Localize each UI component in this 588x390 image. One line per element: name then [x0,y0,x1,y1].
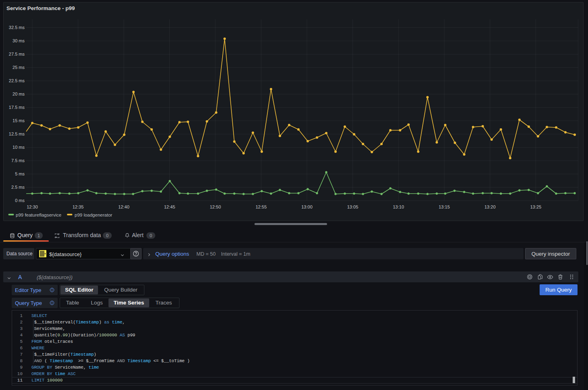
svg-text:25 ms: 25 ms [13,65,25,70]
svg-text:7.5 ms: 7.5 ms [11,158,25,163]
svg-text:5 ms: 5 ms [15,171,25,176]
svg-text:32.5 ms: 32.5 ms [9,25,25,30]
svg-text:17.5 ms: 17.5 ms [9,105,25,110]
svg-text:12.5 ms: 12.5 ms [9,131,25,136]
svg-text:20 ms: 20 ms [13,92,25,96]
svg-text:2.5 ms: 2.5 ms [11,185,25,190]
svg-text:p99 featureflagservice: p99 featureflagservice [16,213,61,217]
svg-text:12:40: 12:40 [118,204,129,209]
svg-text:30 ms: 30 ms [13,38,25,43]
svg-text:10 ms: 10 ms [13,145,25,150]
svg-text:13:05: 13:05 [347,204,359,209]
svg-text:12:45: 12:45 [164,204,175,209]
svg-text:0 ms: 0 ms [15,198,25,203]
svg-text:12:55: 12:55 [256,204,267,209]
svg-text:13:20: 13:20 [484,204,496,209]
svg-text:13:00: 13:00 [301,204,313,209]
svg-text:15 ms: 15 ms [13,118,25,123]
svg-text:13:25: 13:25 [530,204,542,209]
svg-text:13:10: 13:10 [393,204,404,209]
svg-text:27.5 ms: 27.5 ms [9,52,25,56]
svg-text:12:30: 12:30 [27,204,38,209]
svg-text:12:50: 12:50 [210,204,221,209]
svg-text:12:35: 12:35 [73,204,84,209]
svg-text:p99 loadgenerator: p99 loadgenerator [75,213,113,217]
svg-text:22.5 ms: 22.5 ms [9,78,25,83]
svg-text:13:15: 13:15 [439,204,450,209]
